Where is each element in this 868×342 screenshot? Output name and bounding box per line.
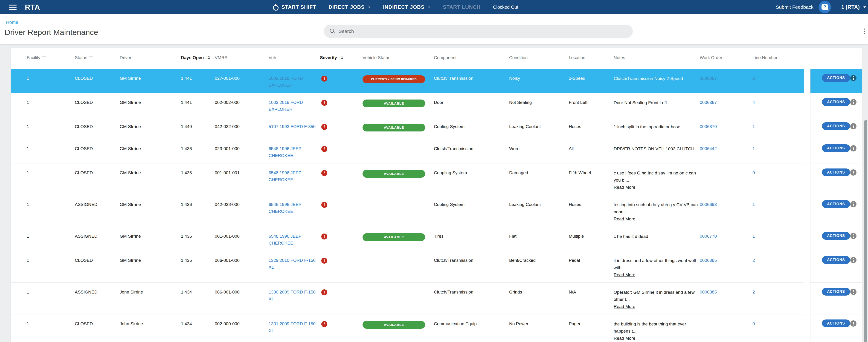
menu-icon[interactable]: [9, 5, 17, 10]
filter-icon[interactable]: [89, 57, 93, 59]
actions-button[interactable]: ACTIONS: [822, 74, 850, 82]
read-more-link[interactable]: Read More: [614, 271, 635, 278]
line-number-link[interactable]: 2: [752, 258, 755, 263]
vehicle-link[interactable]: 1331 2009 FORD F-150 XL: [269, 321, 316, 333]
column-header-severity[interactable]: Severity↑1: [320, 48, 363, 69]
line-number-link[interactable]: 0: [752, 170, 755, 175]
vehicle-link[interactable]: 6548 1996 JEEP CHEROKEE: [269, 202, 301, 214]
column-header-condition[interactable]: Condition: [509, 48, 569, 69]
column-header-line-number[interactable]: Line Number: [752, 48, 804, 69]
actions-button[interactable]: ACTIONS: [822, 319, 850, 327]
submit-feedback-link[interactable]: Submit Feedback: [776, 4, 813, 10]
start-lunch-button[interactable]: START LUNCH: [443, 4, 480, 10]
row-menu-icon[interactable]: [850, 289, 857, 295]
column-header-component[interactable]: Component: [434, 48, 509, 69]
help-avatar-button[interactable]: ?: [818, 1, 831, 13]
row-menu-icon[interactable]: [850, 123, 857, 129]
row-menu-icon[interactable]: [850, 201, 857, 207]
work-order-link[interactable]: 0006385: [700, 289, 717, 295]
vehicle-link[interactable]: 1003 2018 FORD EXPLORER: [269, 100, 303, 112]
severity-error-icon: !: [321, 100, 327, 106]
column-header-veh[interactable]: Veh: [269, 48, 320, 69]
column-header-vehicle-status[interactable]: Vehicle Status: [363, 48, 434, 69]
more-options-icon[interactable]: [864, 29, 865, 34]
column-header-status[interactable]: Status: [75, 48, 120, 69]
read-more-link[interactable]: Read More: [614, 184, 635, 191]
line-number-link[interactable]: 1: [752, 202, 755, 207]
row-menu-icon[interactable]: [850, 233, 857, 239]
work-order-link[interactable]: 0006367: [700, 100, 717, 105]
days-open-cell: 1,434: [181, 314, 215, 342]
table-row[interactable]: 1 CLOSED GM SIrrine 1,441 027-001-000 10…: [11, 69, 862, 93]
row-menu-icon[interactable]: [850, 99, 857, 105]
vehicle-link[interactable]: 6548 1996 JEEP CHEROKEE: [269, 146, 301, 158]
column-header-facility[interactable]: Facility: [11, 48, 75, 69]
days-open-cell: 1,436: [181, 139, 215, 163]
work-order-link[interactable]: 0006367: [700, 76, 717, 81]
table-row[interactable]: 1 CLOSED GM SIrrine 1,436 023-001-000 65…: [11, 139, 862, 163]
filter-icon[interactable]: [42, 57, 46, 59]
actions-button[interactable]: ACTIONS: [822, 232, 850, 240]
actions-button[interactable]: ACTIONS: [822, 200, 850, 208]
line-number-link[interactable]: 2: [752, 289, 755, 295]
column-header-location[interactable]: Location: [569, 48, 614, 69]
search-input[interactable]: [339, 29, 633, 34]
start-shift-button[interactable]: START SHIFT: [273, 4, 316, 10]
vehicle-link[interactable]: 1003 2018 FORD EXPLORER: [269, 76, 303, 88]
work-order-link[interactable]: 0006370: [700, 124, 717, 129]
indirect-jobs-menu[interactable]: INDIRECT JOBS: [383, 4, 430, 10]
row-menu-icon[interactable]: [850, 169, 857, 176]
table-row[interactable]: 1 ASSIGNED John Sirrine 1,434 066-001-00…: [11, 283, 862, 314]
column-header-vmrs[interactable]: VMRS: [215, 48, 269, 69]
table-row[interactable]: 1 CLOSED GM SIrrine 1,440 042-022-000 51…: [11, 117, 862, 139]
actions-button[interactable]: ACTIONS: [822, 256, 850, 264]
table-row[interactable]: 1 ASSIGNED GM SIrrine 1,436 042-028-000 …: [11, 195, 862, 227]
vehicle-link[interactable]: 6548 1996 JEEP CHEROKEE: [269, 170, 301, 182]
actions-button[interactable]: ACTIONS: [822, 98, 850, 106]
vehicle-link[interactable]: 5107 1993 FORD F-350: [269, 124, 316, 129]
search-bar[interactable]: [324, 25, 633, 38]
vehicle-link[interactable]: 6548 1996 JEEP CHEROKEE: [269, 234, 301, 245]
work-order-link[interactable]: 0006385: [700, 258, 717, 263]
column-header-days-open[interactable]: Days Open↑2: [181, 48, 215, 69]
table-vertical-scrollbar[interactable]: [804, 69, 810, 342]
breadcrumb-home-link[interactable]: Home: [6, 20, 18, 25]
column-header-driver[interactable]: Driver: [120, 48, 181, 69]
sort-indicator: ↑1: [339, 55, 343, 60]
line-number-link[interactable]: 1: [752, 146, 755, 151]
actions-button[interactable]: ACTIONS: [822, 122, 850, 130]
row-menu-icon[interactable]: [850, 320, 857, 327]
line-number-link[interactable]: 4: [752, 100, 755, 105]
line-number-link[interactable]: 2: [752, 76, 755, 81]
table-row[interactable]: 1 CLOSED GM SIrrine 1,436 001-001-001 65…: [11, 163, 862, 195]
actions-button[interactable]: ACTIONS: [822, 144, 850, 152]
row-menu-icon[interactable]: [850, 145, 857, 151]
read-more-link[interactable]: Read More: [614, 303, 635, 310]
table-row[interactable]: 1 CLOSED GM SIrrine 1,435 066-001-000 13…: [11, 251, 862, 283]
column-label: Line Number: [752, 55, 778, 61]
actions-button[interactable]: ACTIONS: [822, 288, 850, 296]
table-row[interactable]: 1 CLOSED GM SIrrine 1,441 002-002-000 10…: [11, 93, 862, 117]
work-order-link[interactable]: 0006770: [700, 234, 717, 239]
column-header-work-order[interactable]: Work Order: [700, 48, 752, 69]
row-menu-icon[interactable]: [850, 257, 857, 263]
row-menu-icon[interactable]: [850, 75, 857, 81]
days-open-cell: 1,434: [181, 283, 215, 314]
direct-jobs-menu[interactable]: DIRECT JOBS: [329, 4, 371, 10]
page-scrollbar-thumb[interactable]: [864, 120, 867, 342]
column-header-notes[interactable]: Notes: [614, 48, 700, 69]
vehicle-link[interactable]: 1330 2009 FORD F-150 XL: [269, 289, 316, 301]
table-row[interactable]: 1 ASSIGNED GM SIrrine 1,436 001-001-000 …: [11, 227, 862, 251]
table-row[interactable]: 1 CLOSED John Sirrine 1,434 002-000-000 …: [11, 314, 862, 342]
work-order-link[interactable]: 0006442: [700, 146, 717, 151]
actions-button[interactable]: ACTIONS: [822, 168, 850, 176]
vehicle-link[interactable]: 1329 2010 FORD F-150 XL: [269, 258, 316, 270]
user-menu[interactable]: 1 (RTA): [841, 4, 866, 10]
line-number-link[interactable]: 0: [752, 321, 755, 326]
read-more-link[interactable]: Read More: [614, 335, 635, 342]
condition-cell: Leaking Coolant: [509, 195, 569, 227]
read-more-link[interactable]: Read More: [614, 215, 635, 223]
work-order-link[interactable]: 0006693: [700, 202, 717, 207]
line-number-link[interactable]: 1: [752, 124, 755, 129]
line-number-link[interactable]: 1: [752, 234, 755, 239]
